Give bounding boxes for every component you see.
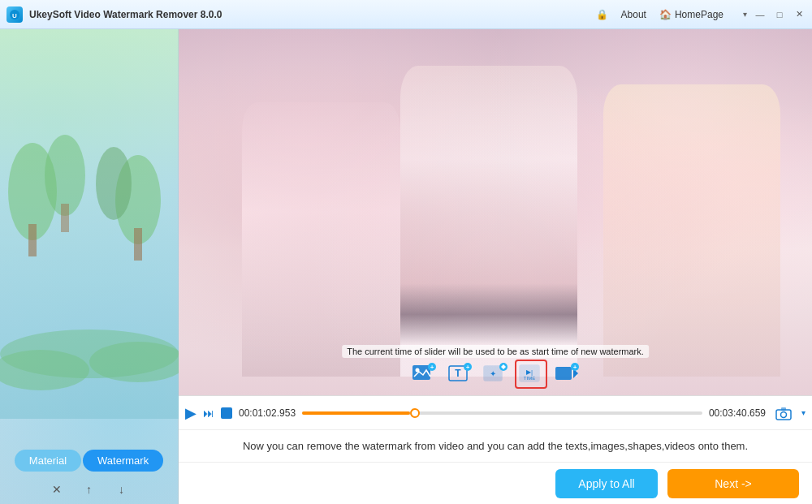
restore-button[interactable]: □ <box>773 8 786 21</box>
camera-dropdown-arrow[interactable]: ▾ <box>801 408 806 417</box>
video-toolbar: + T + ✦ <box>408 360 583 389</box>
sidebar: Material Watermark ✕ ↑ ↓ <box>0 29 179 504</box>
app-icon: U <box>6 6 23 23</box>
current-time: 00:01:02.953 <box>239 407 296 419</box>
play-button[interactable]: ▶ <box>185 404 197 422</box>
title-bar-right: 🔒 About 🏠 HomePage ▾ — □ ✕ <box>596 8 806 21</box>
svg-text:+: + <box>466 364 470 371</box>
svg-text:+: + <box>430 364 434 371</box>
svg-text:TIME: TIME <box>524 376 535 381</box>
lock-nav-item[interactable]: 🔒 <box>596 9 608 20</box>
svg-rect-6 <box>61 204 69 232</box>
add-video-btn[interactable]: + <box>551 360 583 389</box>
material-tab[interactable]: Material <box>15 450 81 472</box>
svg-point-9 <box>96 147 132 220</box>
move-up-btn[interactable]: ↑ <box>80 480 99 499</box>
video-hint-text: The current time of slider will be used … <box>342 345 649 358</box>
delete-icon: ✕ <box>52 483 62 496</box>
stop-button[interactable] <box>221 407 232 419</box>
about-nav-item[interactable]: About <box>621 9 646 20</box>
video-bg <box>179 29 812 395</box>
svg-rect-27 <box>555 367 572 380</box>
title-bar: U UkeySoft Video Watermark Remover 8.0.0… <box>0 0 812 29</box>
progress-thumb[interactable] <box>410 408 420 418</box>
duration-display: 00:03:40.659 <box>709 407 766 419</box>
dropdown-arrow-btn[interactable]: ▾ <box>743 10 747 19</box>
watermark-tab[interactable]: Watermark <box>83 450 163 472</box>
content-area: + T + ✦ <box>179 29 812 504</box>
homepage-label: HomePage <box>675 9 723 20</box>
app-title: UkeySoft Video Watermark Remover 8.0.0 <box>29 9 222 20</box>
step-forward-button[interactable]: ⏭ <box>203 407 214 420</box>
video-container[interactable]: + T + ✦ <box>179 29 812 395</box>
delete-icon-btn[interactable]: ✕ <box>47 480 67 499</box>
home-icon: 🏠 <box>659 9 672 20</box>
homepage-nav-item[interactable]: 🏠 HomePage <box>659 9 723 20</box>
progress-track <box>302 411 702 415</box>
down-arrow-icon: ↓ <box>119 483 124 496</box>
svg-rect-4 <box>28 224 37 256</box>
add-image-btn[interactable]: + <box>408 360 440 389</box>
window-controls: ▾ — □ ✕ <box>743 8 806 21</box>
about-label: About <box>621 9 646 20</box>
svg-rect-33 <box>781 407 786 411</box>
svg-text:▶|: ▶| <box>526 368 533 376</box>
tab-area: Material Watermark <box>0 443 178 475</box>
up-arrow-icon: ↑ <box>86 483 92 496</box>
svg-text:✦: ✦ <box>490 369 496 378</box>
title-bar-left: U UkeySoft Video Watermark Remover 8.0.0 <box>6 6 222 23</box>
minimize-button[interactable]: — <box>754 8 767 21</box>
set-start-time-btn[interactable]: ▶| TIME <box>515 360 547 389</box>
svg-text:U: U <box>12 12 17 19</box>
bottom-bar: Apply to All Next -> <box>179 462 812 504</box>
video-figure-center <box>400 66 577 377</box>
add-text-btn[interactable]: T + <box>443 360 476 389</box>
add-watermark-btn[interactable]: ✦ <box>479 360 512 389</box>
video-figure-left <box>242 102 400 377</box>
action-icons: ✕ ↑ ↓ <box>0 475 178 504</box>
next-button[interactable]: Next -> <box>667 469 799 498</box>
lock-icon: 🔒 <box>596 9 608 20</box>
controls-bar: ▶ ⏭ 00:01:02.953 00:03:40.659 <box>179 395 812 429</box>
svg-text:+: + <box>573 364 577 371</box>
svg-point-32 <box>781 411 787 417</box>
info-bar: Now you can remove the watermark from vi… <box>179 429 812 462</box>
info-text: Now you can remove the watermark from vi… <box>243 440 748 452</box>
apply-to-all-button[interactable]: Apply to All <box>555 469 658 498</box>
main-layout: Material Watermark ✕ ↑ ↓ <box>0 29 812 504</box>
video-figure-right <box>603 84 780 377</box>
close-button[interactable]: ✕ <box>793 8 806 21</box>
progress-bar[interactable] <box>302 410 702 416</box>
screenshot-button[interactable] <box>772 402 795 424</box>
svg-text:T: T <box>455 368 461 379</box>
svg-rect-8 <box>134 228 142 261</box>
progress-fill <box>302 411 410 415</box>
move-down-btn[interactable]: ↓ <box>112 480 132 499</box>
